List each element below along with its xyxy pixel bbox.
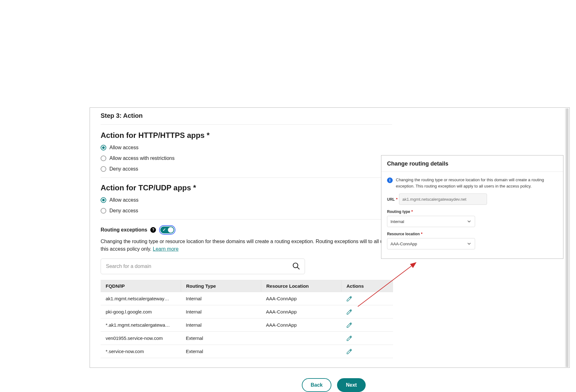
- table-row: *.service-now.com External: [101, 345, 393, 358]
- cell-fqdn: *.ak1.mgmt.netscalergatewa…: [101, 320, 181, 330]
- edit-row-button[interactable]: [346, 296, 352, 302]
- cell-resource-location: AAA-ConnApp: [261, 320, 341, 330]
- cell-actions: [341, 293, 393, 304]
- wizard-footer: Back Next: [302, 378, 366, 392]
- col-actions: Actions: [341, 280, 393, 292]
- radio-indicator: [101, 197, 106, 203]
- resource-location-select[interactable]: AAA-ConnApp: [387, 238, 475, 249]
- cell-routing-type: External: [181, 346, 261, 357]
- radio-indicator: [101, 166, 106, 172]
- radio-label: Deny access: [109, 208, 138, 214]
- url-field: URL *: [387, 193, 557, 205]
- chevron-down-icon: [467, 219, 472, 224]
- col-routing-type: Routing Type: [181, 280, 261, 292]
- cell-actions: [341, 306, 393, 318]
- radio-indicator: [101, 145, 106, 150]
- cell-routing-type: Internal: [181, 320, 261, 330]
- divider: [101, 124, 392, 125]
- routing-exceptions-label: Routing exceptions: [101, 227, 147, 233]
- pencil-icon: [346, 335, 352, 341]
- table-row: ak1.mgmt.netscalergateway… Internal AAA-…: [101, 292, 393, 305]
- divider: [101, 177, 392, 178]
- cell-fqdn: ak1.mgmt.netscalergateway…: [101, 293, 181, 304]
- cell-resource-location: AAA-ConnApp: [261, 307, 341, 317]
- cell-fqdn: ven01955.service-now.com: [101, 333, 181, 343]
- col-resource-location: Resource Location: [261, 280, 341, 292]
- toggle-knob: [168, 227, 174, 233]
- pencil-icon: [346, 348, 352, 355]
- back-Button[interactable]: Back: [302, 378, 331, 392]
- divider: [381, 172, 563, 172]
- change-routing-details-popover: Change routing details i Changing the ro…: [381, 155, 563, 259]
- radio-indicator: [101, 208, 106, 214]
- required-indicator: *: [421, 232, 423, 236]
- pencil-icon: [346, 296, 352, 302]
- description-text: Changing the routing type or resource lo…: [101, 239, 398, 252]
- col-fqdn: FQDN/IP: [101, 280, 181, 292]
- cell-actions: [341, 333, 393, 344]
- pencil-icon: [346, 322, 352, 328]
- http-section-title: Action for HTTP/HTTPS apps *: [101, 131, 559, 140]
- routing-exceptions-toggle[interactable]: ✓: [160, 226, 174, 233]
- info-text: Changing the routing type or resource lo…: [396, 177, 557, 189]
- cell-routing-type: External: [181, 333, 261, 343]
- popover-content: Change routing details i Changing the ro…: [381, 155, 563, 259]
- info-banner: i Changing the routing type or resource …: [387, 177, 557, 189]
- edit-row-button[interactable]: [346, 322, 352, 328]
- info-icon: i: [387, 177, 393, 183]
- cell-actions: [341, 319, 393, 331]
- search-icon: [292, 262, 300, 270]
- domain-search: [101, 259, 305, 274]
- routing-exceptions-description: Changing the routing type or resource lo…: [101, 238, 402, 253]
- edit-row-button[interactable]: [346, 348, 352, 355]
- toggle-focus-ring: ✓: [159, 225, 175, 235]
- required-indicator: *: [411, 210, 413, 214]
- search-button[interactable]: [292, 262, 300, 271]
- cell-resource-location: AAA-ConnApp: [261, 293, 341, 304]
- http-allow-option[interactable]: Allow access: [101, 145, 559, 150]
- check-icon: ✓: [163, 227, 166, 232]
- field-label: URL *: [387, 197, 397, 202]
- radio-label: Allow access: [109, 145, 138, 150]
- table-row: pki-goog.l.google.com Internal AAA-ConnA…: [101, 305, 393, 318]
- cell-actions: [341, 346, 393, 357]
- routing-type-field: Routing type * Internal: [387, 209, 557, 227]
- field-label: Resource location *: [387, 232, 423, 236]
- field-label: Routing type *: [387, 210, 413, 214]
- popover-title: Change routing details: [387, 161, 557, 167]
- table-body: ak1.mgmt.netscalergateway… Internal AAA-…: [101, 292, 393, 358]
- select-value: AAA-ConnApp: [390, 242, 417, 246]
- label-text: Resource location: [387, 232, 420, 236]
- label-text: Routing type: [387, 210, 410, 214]
- table-row: *.ak1.mgmt.netscalergatewa… Internal AAA…: [101, 318, 393, 331]
- radio-label: Allow access: [109, 197, 138, 203]
- svg-line-1: [297, 267, 299, 269]
- radio-indicator: [101, 155, 106, 161]
- cell-routing-type: Internal: [181, 307, 261, 317]
- resource-location-field: Resource location * AAA-ConnApp: [387, 231, 557, 249]
- pencil-icon: [346, 309, 352, 315]
- learn-more-link[interactable]: Learn more: [153, 246, 179, 252]
- cell-fqdn: pki-goog.l.google.com: [101, 307, 181, 317]
- help-icon[interactable]: ?: [150, 227, 156, 233]
- cell-fqdn: *.service-now.com: [101, 346, 181, 357]
- routing-exceptions-table: FQDN/IP Routing Type Resource Location A…: [101, 280, 393, 358]
- cell-resource-location: [261, 336, 341, 341]
- step-title: Step 3: Action: [101, 112, 559, 119]
- scrollbar-thumb[interactable]: [566, 108, 568, 367]
- table-row: ven01955.service-now.com External: [101, 331, 393, 345]
- scrollbar[interactable]: [565, 108, 569, 367]
- edit-row-button[interactable]: [346, 309, 352, 315]
- radio-label: Allow access with restrictions: [109, 155, 174, 161]
- divider: [101, 219, 392, 220]
- label-text: URL: [387, 197, 395, 202]
- required-indicator: *: [396, 197, 398, 202]
- select-value: Internal: [390, 219, 404, 224]
- search-input[interactable]: [105, 263, 289, 270]
- url-input[interactable]: [399, 193, 487, 205]
- table-header: FQDN/IP Routing Type Resource Location A…: [101, 280, 393, 292]
- edit-row-button[interactable]: [346, 335, 352, 341]
- radio-label: Deny access: [109, 166, 138, 172]
- next-button[interactable]: Next: [337, 378, 366, 392]
- routing-type-select[interactable]: Internal: [387, 216, 475, 227]
